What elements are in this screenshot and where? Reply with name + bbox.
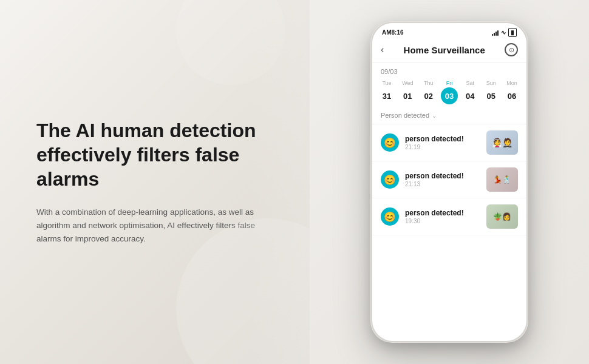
date-header: 09/03 — [372, 63, 526, 78]
day-wed[interactable]: Wed 01 — [398, 80, 417, 104]
sub-description: With a combination of deep-learning appl… — [36, 206, 267, 246]
day-tue-name: Tue — [382, 80, 391, 86]
events-list: 😊 person detected! 21:19 😊 person detect… — [372, 124, 526, 341]
app-title: Home Surveillance — [404, 45, 485, 55]
day-fri-num: 03 — [441, 87, 458, 104]
event-thumb-1 — [486, 130, 518, 155]
main-headline: The AI human detection effectively filte… — [36, 118, 279, 191]
day-mon-name: Mon — [506, 80, 517, 86]
filter-label: Person detected — [381, 112, 429, 119]
event-time-1: 21:19 — [405, 144, 480, 150]
event-item-1[interactable]: 😊 person detected! 21:19 — [372, 124, 526, 161]
day-sun-num: 05 — [483, 87, 500, 104]
event-thumb-2 — [486, 167, 518, 192]
signal-icon — [492, 30, 499, 36]
wifi-icon: ∿ — [501, 29, 506, 36]
status-time: AM8:16 — [382, 29, 404, 36]
event-time-3: 19:30 — [405, 218, 480, 224]
status-icons: ∿ ▮ — [492, 28, 517, 37]
event-title-1: person detected! — [405, 135, 480, 143]
event-info-2: person detected! 21:13 — [405, 172, 480, 187]
day-fri[interactable]: Fri 03 — [440, 80, 459, 104]
filter-bar[interactable]: Person detected ⌄ — [372, 109, 526, 124]
settings-icon: ⊙ — [509, 46, 514, 54]
event-info-3: person detected! 19:30 — [405, 209, 480, 224]
event-item-2[interactable]: 😊 person detected! 21:13 — [372, 161, 526, 198]
day-thu[interactable]: Thu 02 — [419, 80, 438, 104]
event-thumbnail-indoor — [486, 204, 518, 229]
event-item-3[interactable]: 😊 person detected! 19:30 — [372, 198, 526, 235]
day-tue-num: 31 — [378, 87, 395, 104]
settings-button[interactable]: ⊙ — [505, 43, 518, 56]
back-button[interactable]: ‹ — [381, 44, 384, 55]
day-mon-num: 06 — [503, 87, 520, 104]
event-icon-1: 😊 — [381, 133, 399, 152]
day-fri-name: Fri — [446, 80, 453, 86]
right-panel: AM8:16 ∿ ▮ ‹ Home Surveillance — [310, 0, 589, 364]
battery-icon: ▮ — [508, 28, 517, 37]
day-selector: Tue 31 Wed 01 Thu 02 Fri 03 Sat 04 — [372, 78, 526, 109]
app-header: ‹ Home Surveillance ⊙ — [372, 39, 526, 63]
day-thu-name: Thu — [424, 80, 434, 86]
event-time-2: 21:13 — [405, 181, 480, 187]
filter-dropdown-icon[interactable]: ⌄ — [432, 112, 437, 119]
day-wed-name: Wed — [402, 80, 413, 86]
bg-decoration-2 — [176, 0, 285, 85]
day-sat[interactable]: Sat 04 — [460, 80, 480, 104]
event-info-1: person detected! 21:19 — [405, 135, 480, 150]
status-bar: AM8:16 ∿ ▮ — [372, 23, 526, 39]
day-sat-num: 04 — [461, 87, 478, 104]
day-mon[interactable]: Mon 06 — [502, 80, 522, 104]
day-thu-num: 02 — [420, 87, 437, 104]
day-sat-name: Sat — [466, 80, 475, 86]
event-icon-2: 😊 — [381, 170, 399, 189]
event-thumb-3 — [486, 204, 518, 229]
day-tue[interactable]: Tue 31 — [377, 80, 397, 104]
event-icon-3: 😊 — [381, 207, 399, 226]
event-title-3: person detected! — [405, 209, 480, 217]
phone-screen: AM8:16 ∿ ▮ ‹ Home Surveillance — [372, 23, 526, 341]
event-thumbnail-wedding — [486, 130, 518, 155]
event-thumbnail-dance — [486, 167, 518, 192]
day-sun[interactable]: Sun 05 — [482, 80, 501, 104]
day-sun-name: Sun — [486, 80, 496, 86]
phone-mockup: AM8:16 ∿ ▮ ‹ Home Surveillance — [370, 21, 528, 343]
left-panel: The AI human detection effectively filte… — [0, 0, 310, 364]
event-title-2: person detected! — [405, 172, 480, 180]
day-wed-num: 01 — [399, 87, 416, 104]
